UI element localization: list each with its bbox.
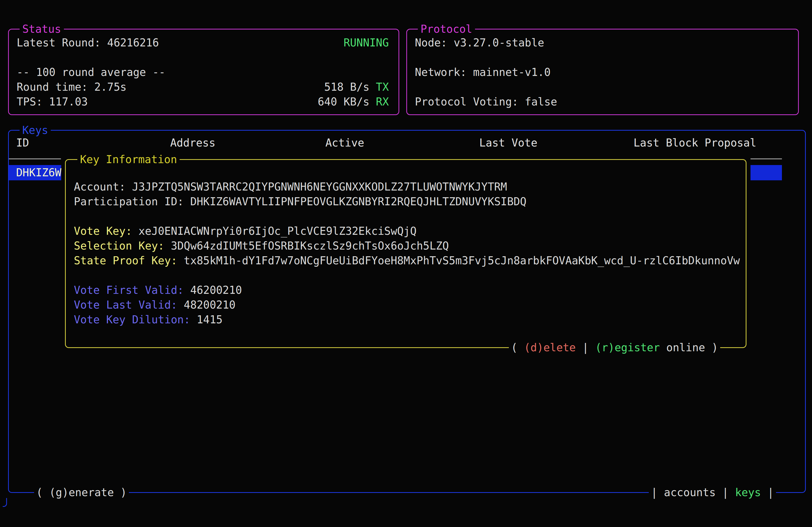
- blank-line: [17, 50, 389, 65]
- register-action[interactable]: (r)egister: [595, 341, 660, 353]
- participation-id-row: Participation ID:DHKIZ6WAVTYLIIPNFPEOVGL…: [74, 194, 738, 209]
- rx-rate-value: 640 KB/s: [318, 95, 369, 108]
- key-information-body: Account:J3JPZTQ5NSW3TARRC2QIYPGNWNH6NEYG…: [66, 160, 746, 327]
- selection-key-label: Selection Key:: [74, 240, 164, 252]
- blank-line: [74, 268, 738, 283]
- tab-keys[interactable]: keys: [735, 486, 761, 499]
- tps-value: 117.03: [49, 95, 88, 108]
- header-separator-left: [9, 158, 61, 160]
- page-tabs: | accounts | keys |: [649, 485, 776, 500]
- round-time-row: Round time:2.75s 518 B/sTX: [17, 80, 389, 94]
- rx-rate: 640 KB/sRX: [318, 94, 389, 109]
- network-label: Network:: [415, 66, 467, 78]
- state-proof-key-value: tx85kM1h-dY1Fd7w7oNCgFUeUiBdFYoeH8MxPhTv…: [184, 254, 740, 267]
- running-badge: RUNNING: [344, 35, 389, 50]
- blank-line: [74, 209, 738, 224]
- delete-action[interactable]: (d)elete: [524, 341, 576, 353]
- status-panel-title: Status: [19, 22, 64, 36]
- frame-corner-artifact: [3, 498, 7, 507]
- vote-first-valid-label: Vote First Valid:: [74, 284, 184, 296]
- tab-accounts[interactable]: accounts: [664, 486, 716, 499]
- protocol-panel-title: Protocol: [418, 22, 475, 36]
- tx-rate: 518 B/sTX: [324, 80, 389, 94]
- register-online-text: online: [660, 341, 705, 353]
- actions-close-paren: ): [705, 341, 718, 353]
- participation-id-label: Participation ID:: [74, 195, 184, 208]
- status-panel: Status Latest Round:46216216 RUNNING -- …: [8, 29, 399, 115]
- vote-key-label: Vote Key:: [74, 225, 132, 237]
- vote-first-valid-value: 46200210: [190, 284, 242, 296]
- column-header-address: Address: [170, 136, 216, 150]
- vote-last-valid-label: Vote Last Valid:: [74, 299, 177, 311]
- state-proof-key-row: State Proof Key:tx85kM1h-dY1Fd7w7oNCgFUe…: [74, 253, 738, 268]
- protocol-voting-label: Protocol Voting:: [415, 95, 518, 108]
- network-value: mainnet-v1.0: [473, 66, 551, 78]
- generate-button[interactable]: ( (g)enerate ): [34, 485, 129, 500]
- node-label: Node:: [415, 36, 447, 49]
- account-row: Account:J3JPZTQ5NSW3TARRC2QIYPGNWNH6NEYG…: [74, 180, 738, 194]
- network-row: Network:mainnet-v1.0: [415, 65, 788, 80]
- blank-line: [415, 80, 788, 94]
- protocol-voting-value: false: [525, 95, 557, 108]
- nav-pipe: |: [651, 486, 664, 499]
- latest-round-label: Latest Round:: [17, 36, 101, 49]
- selection-key-value: 3DQw64zdIUMt5EfOSRBIKsczlSz9chTsOx6oJch5…: [171, 240, 449, 252]
- round-time-label: Round time:: [17, 81, 88, 93]
- vote-last-valid-value: 48200210: [184, 299, 235, 311]
- account-value: J3JPZTQ5NSW3TARRC2QIYPGNWNH6NEYGGNXXKODL…: [132, 181, 507, 193]
- round-average-text: -- 100 round average --: [17, 66, 165, 78]
- vote-last-valid-row: Vote Last Valid:48200210: [74, 298, 738, 312]
- account-label: Account:: [74, 181, 126, 193]
- rx-unit: RX: [376, 95, 389, 108]
- latest-round-value: 46216216: [107, 36, 159, 49]
- status-body: Latest Round:46216216 RUNNING -- 100 rou…: [9, 30, 398, 109]
- nav-pipe: |: [761, 486, 774, 499]
- vote-key-dilution-value: 1415: [197, 313, 222, 326]
- node-value: v3.27.0-stable: [453, 36, 544, 49]
- round-time-value: 2.75s: [94, 81, 127, 93]
- column-header-active: Active: [325, 136, 364, 150]
- protocol-voting-row: Protocol Voting:false: [415, 94, 788, 109]
- latest-round: Latest Round:46216216: [17, 35, 159, 50]
- selected-row-id: DHKIZ6W: [16, 166, 61, 179]
- header-separator-right: [751, 158, 782, 160]
- tx-unit: TX: [376, 81, 389, 93]
- column-header-last-block-proposal: Last Block Proposal: [634, 136, 756, 150]
- round-average-header: -- 100 round average --: [17, 65, 389, 80]
- protocol-panel: Protocol Node:v3.27.0-stable Network:mai…: [406, 29, 799, 115]
- table-row-selected-right-segment: [751, 165, 782, 180]
- tps-row: TPS:117.03 640 KB/sRX: [17, 94, 389, 109]
- nav-pipe: |: [715, 486, 735, 499]
- tps-label: TPS:: [17, 95, 42, 108]
- tps: TPS:117.03: [17, 94, 88, 109]
- vote-key-row: Vote Key:xeJ0ENIACWNrpYi0r6IjOc_PlcVCE9l…: [74, 224, 738, 239]
- actions-separator: |: [576, 341, 595, 353]
- column-header-id: ID: [16, 136, 29, 150]
- latest-round-row: Latest Round:46216216 RUNNING: [17, 35, 389, 50]
- column-header-last-vote: Last Vote: [479, 136, 538, 150]
- node-row: Node:v3.27.0-stable: [415, 35, 788, 50]
- protocol-body: Node:v3.27.0-stable Network:mainnet-v1.0…: [407, 30, 798, 109]
- participation-id-value: DHKIZ6WAVTYLIIPNFPEOVGLKZGNBYRI2RQEQJHLT…: [190, 195, 526, 208]
- key-information-dialog: Key Information Account:J3JPZTQ5NSW3TARR…: [65, 159, 746, 348]
- actions-open-paren: (: [511, 341, 524, 353]
- terminal-screen: Status Latest Round:46216216 RUNNING -- …: [0, 0, 812, 527]
- tx-rate-value: 518 B/s: [324, 81, 369, 93]
- table-row-selected[interactable]: DHKIZ6W: [9, 165, 61, 180]
- round-time: Round time:2.75s: [17, 80, 127, 94]
- vote-key-dilution-label: Vote Key Dilution:: [74, 313, 190, 326]
- vote-first-valid-row: Vote First Valid:46200210: [74, 283, 738, 298]
- key-information-title: Key Information: [77, 152, 180, 167]
- vote-key-value: xeJ0ENIACWNrpYi0r6IjOc_PlcVCE9lZ32EkciSw…: [139, 225, 417, 237]
- state-proof-key-label: State Proof Key:: [74, 254, 177, 267]
- selection-key-row: Selection Key:3DQw64zdIUMt5EfOSRBIKsczlS…: [74, 239, 738, 253]
- dialog-actions: ( (d)elete | (r)egister online ): [509, 340, 720, 355]
- blank-line: [415, 50, 788, 65]
- vote-key-dilution-row: Vote Key Dilution:1415: [74, 312, 738, 327]
